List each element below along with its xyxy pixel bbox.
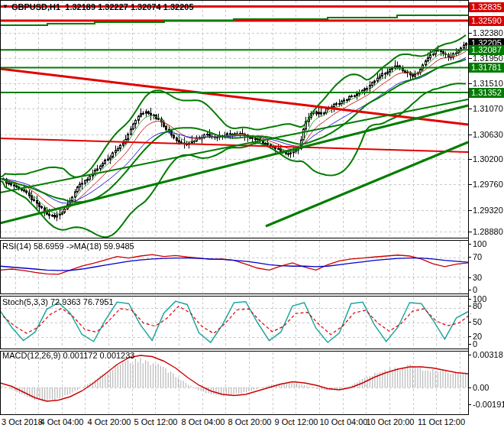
price-axis-tick-label: 1.31070 (473, 104, 503, 113)
rsi-scale-label: 100 (473, 239, 486, 248)
macd-scale-label: 0.00318 (473, 350, 503, 359)
stoch-scale-label: 0 (473, 339, 477, 349)
price-level-badge: 1.32087 (469, 45, 504, 55)
stoch-scale-label: 80 (473, 301, 482, 310)
price-level-badge: 1.31352 (469, 88, 504, 98)
time-axis-label: 4 Oct 04:00 (40, 417, 84, 426)
time-axis-label: 3 Oct 2018 (2, 417, 43, 426)
time-axis-label: 11 Oct 12:00 (418, 417, 465, 426)
price-axis-tick-label: 1.29320 (473, 206, 503, 215)
price-axis-tick-label: 1.30630 (473, 130, 503, 139)
price-axis-tick-label: 1.32380 (473, 28, 503, 37)
price-axis-tick-label: 1.28880 (473, 227, 503, 236)
stoch-scale-label: 50 (473, 317, 482, 326)
price-axis-tick-label: 1.29760 (473, 180, 503, 189)
rsi-indicator-label: RSI(14) 58.6959 ->MA(18) 59.9485 (2, 242, 134, 251)
rsi-scale-label: 0 (473, 285, 477, 294)
macd-scale-label: 0.00 (473, 383, 489, 392)
price-level-badge: 1.32590 (469, 16, 504, 26)
rsi-scale-label: 30 (473, 273, 482, 282)
collapse-chart-icon[interactable]: ▼ (2, 3, 8, 10)
time-axis-label: 4 Oct 20:00 (88, 417, 131, 426)
price-axis-tick-label: 1.31510 (473, 79, 503, 88)
stoch-indicator-label: Stoch(5,3,3) 72.9363 76.7951 (2, 297, 114, 306)
time-axis-label: 8 Oct 04:00 (182, 417, 225, 426)
chart-window: ▼ GBPUSD,H1 1.32189 1.32227 1.32074 1.32… (0, 0, 504, 428)
symbol-title: GBPUSD,H1 1.32189 1.32227 1.32074 1.3220… (11, 2, 194, 11)
time-axis-label: 9 Oct 12:00 (275, 417, 318, 426)
price-axis-tick-label: 1.31950 (473, 54, 503, 63)
price-level-badge: 1.31781 (469, 63, 504, 73)
macd-indicator-label: MACD(12,26,9) 0.001172 0.001233 (2, 351, 134, 360)
symbol-name: GBPUSD,H1 (11, 2, 60, 11)
price-level-badge: 1.32835 (469, 2, 504, 12)
time-axis-label: 10 Oct 04:00 (320, 417, 368, 426)
macd-scale-label: -0.001918 (473, 400, 504, 409)
time-axis-label: 10 Oct 20:00 (367, 417, 415, 426)
rsi-scale-label: 70 (473, 252, 482, 261)
price-axis-tick-label: 1.30200 (473, 154, 503, 164)
time-axis-label: 5 Oct 12:00 (134, 417, 178, 426)
ohlc-quotes: 1.32189 1.32227 1.32074 1.32205 (65, 2, 193, 11)
time-axis-label: 8 Oct 20:00 (228, 417, 272, 426)
